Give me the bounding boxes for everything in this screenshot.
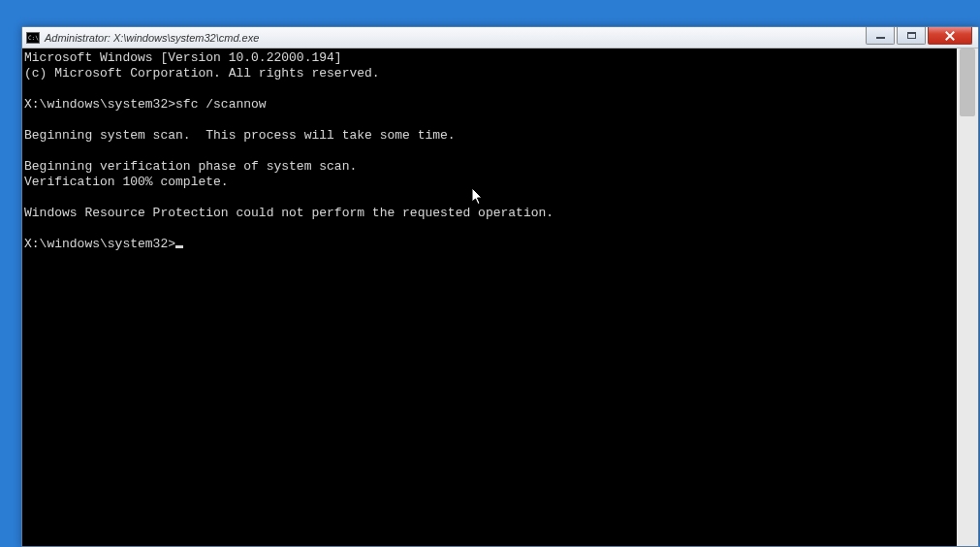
terminal-output[interactable]: Microsoft Windows [Version 10.0.22000.19… bbox=[22, 48, 957, 546]
text-cursor bbox=[175, 245, 183, 248]
scrollbar-thumb[interactable] bbox=[960, 48, 975, 116]
maximize-button[interactable] bbox=[897, 27, 926, 45]
window-title: Administrator: X:\windows\system32\cmd.e… bbox=[45, 32, 866, 44]
titlebar[interactable]: C:\ Administrator: X:\windows\system32\c… bbox=[22, 27, 978, 48]
close-icon bbox=[944, 31, 956, 41]
cmd-icon: C:\ bbox=[26, 32, 40, 44]
close-button[interactable] bbox=[928, 27, 972, 45]
window-controls bbox=[866, 27, 978, 48]
cmd-window: C:\ Administrator: X:\windows\system32\c… bbox=[21, 26, 979, 547]
terminal-area: Microsoft Windows [Version 10.0.22000.19… bbox=[22, 48, 978, 546]
minimize-button[interactable] bbox=[866, 27, 895, 45]
minimize-icon bbox=[876, 37, 885, 39]
scrollbar[interactable] bbox=[957, 48, 978, 546]
maximize-icon bbox=[907, 32, 916, 39]
